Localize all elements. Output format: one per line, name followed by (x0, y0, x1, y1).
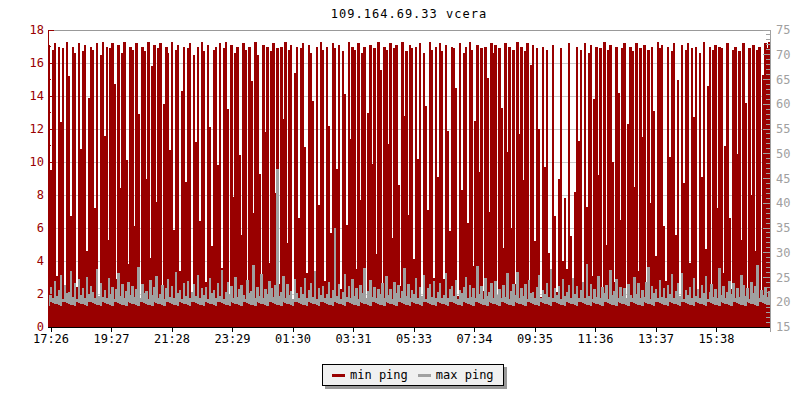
svg-text:21:28: 21:28 (154, 332, 190, 346)
svg-text:16: 16 (30, 56, 44, 70)
svg-text:03:31: 03:31 (335, 332, 371, 346)
svg-text:13:37: 13:37 (638, 332, 674, 346)
svg-text:55: 55 (776, 122, 790, 136)
svg-text:18: 18 (30, 23, 44, 37)
svg-text:60: 60 (776, 97, 790, 111)
svg-text:23:29: 23:29 (214, 332, 250, 346)
svg-text:30: 30 (776, 246, 790, 260)
svg-text:11:36: 11:36 (577, 332, 613, 346)
svg-text:35: 35 (776, 221, 790, 235)
svg-text:01:30: 01:30 (275, 332, 311, 346)
svg-text:65: 65 (776, 73, 790, 87)
svg-text:4: 4 (37, 254, 44, 268)
svg-text:10: 10 (30, 155, 44, 169)
legend-max-ping-label: max ping (436, 368, 494, 382)
svg-text:17:26: 17:26 (33, 332, 69, 346)
ping-graph-page: 109.164.69.33 vcera 02468101214161815202… (0, 0, 800, 400)
svg-text:12: 12 (30, 122, 44, 136)
svg-text:19:27: 19:27 (93, 332, 129, 346)
svg-text:75: 75 (776, 23, 790, 37)
svg-text:20: 20 (776, 295, 790, 309)
svg-text:70: 70 (776, 48, 790, 62)
legend-min-ping-label: min ping (350, 368, 408, 382)
legend-max-ping-swatch (418, 374, 431, 377)
svg-text:05:33: 05:33 (396, 332, 432, 346)
svg-text:15:38: 15:38 (698, 332, 734, 346)
svg-text:2: 2 (37, 287, 44, 301)
svg-text:45: 45 (776, 172, 790, 186)
svg-text:09:35: 09:35 (517, 332, 553, 346)
svg-text:50: 50 (776, 147, 790, 161)
legend-min-ping-swatch (332, 374, 345, 377)
legend: min ping max ping (322, 364, 504, 386)
svg-text:6: 6 (37, 221, 44, 235)
svg-text:15: 15 (776, 320, 790, 334)
svg-text:07:34: 07:34 (456, 332, 492, 346)
svg-text:8: 8 (37, 188, 44, 202)
svg-text:14: 14 (30, 89, 44, 103)
svg-text:25: 25 (776, 271, 790, 285)
ping-chart: 0246810121416181520253035404550556065707… (0, 0, 800, 400)
svg-text:40: 40 (776, 196, 790, 210)
